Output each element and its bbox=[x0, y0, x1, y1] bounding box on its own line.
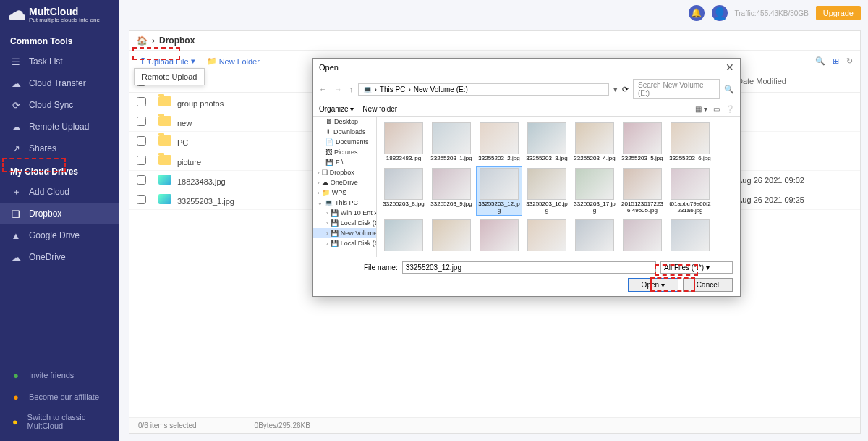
sidebar: MultCloud Put multiple clouds into one C… bbox=[0, 0, 119, 441]
row-checkbox[interactable] bbox=[137, 175, 146, 185]
thumbnail-image bbox=[623, 168, 662, 200]
nav-back-icon[interactable]: ← bbox=[319, 85, 327, 93]
tree-item[interactable]: 📄Documents bbox=[313, 137, 376, 147]
file-thumbnail[interactable] bbox=[620, 218, 665, 253]
row-checkbox[interactable] bbox=[137, 195, 146, 204]
file-thumbnail[interactable]: 33255203_12.jpg bbox=[477, 167, 522, 216]
nav-forward-icon[interactable]: → bbox=[334, 85, 342, 93]
file-thumbnail[interactable] bbox=[381, 218, 426, 253]
tree-item[interactable]: › 📁WPS bbox=[313, 188, 376, 198]
filename-input[interactable] bbox=[402, 261, 656, 274]
thumbnail-image bbox=[384, 122, 423, 154]
file-thumbnail[interactable]: 33255203_1.jpg bbox=[429, 121, 474, 164]
sidebar-drive-onedrive[interactable]: ☁OneDrive bbox=[0, 246, 119, 268]
file-thumbnail[interactable] bbox=[477, 218, 522, 253]
traffic-label: Traffic:455.43KB/30GB bbox=[735, 9, 809, 17]
tree-item[interactable]: 🖼Pictures bbox=[313, 147, 376, 157]
tree-icon: 🖥 bbox=[326, 118, 332, 125]
cancel-button[interactable]: Cancel bbox=[683, 278, 733, 292]
path-dropdown-icon[interactable]: ▾ bbox=[613, 85, 618, 94]
nav-icon: ☁ bbox=[10, 77, 22, 89]
file-thumbnail[interactable]: 33255203_3.jpg bbox=[524, 121, 569, 164]
tree-item[interactable]: ⬇Downloads bbox=[313, 127, 376, 137]
thumbnail-image bbox=[575, 122, 614, 154]
open-button[interactable]: Open ▾ bbox=[628, 278, 678, 292]
nav-up-icon[interactable]: ↑ bbox=[349, 85, 354, 93]
file-thumbnail[interactable]: 20151230172236 49505.jpg bbox=[620, 167, 665, 216]
avatar[interactable]: 👤 bbox=[712, 5, 728, 21]
file-thumbnail[interactable] bbox=[668, 218, 712, 253]
tree-item[interactable]: › 💾Local Disk (D:) bbox=[313, 218, 376, 228]
bell-icon[interactable]: 🔔 bbox=[689, 5, 705, 21]
file-thumbnail[interactable] bbox=[429, 218, 474, 253]
file-thumbnail[interactable]: 33255203_16.jpg bbox=[524, 167, 569, 216]
dialog-title: Open bbox=[319, 63, 339, 72]
tree-item[interactable]: › ☁OneDrive bbox=[313, 177, 376, 188]
home-icon[interactable]: 🏠 bbox=[137, 35, 148, 46]
file-thumbnail[interactable]: 33255203_8.jpg bbox=[381, 167, 426, 216]
row-checkbox[interactable] bbox=[137, 117, 146, 126]
tree-item[interactable]: › 💾Local Disk (G:) bbox=[313, 238, 376, 248]
dialog-search-input[interactable]: Search New Volume (E:) bbox=[633, 79, 720, 99]
tree-icon: 💻 bbox=[325, 199, 333, 206]
tree-item[interactable]: ⌄ 💻This PC bbox=[313, 198, 376, 208]
file-thumbnail[interactable]: 33255203_9.jpg bbox=[429, 167, 474, 216]
sidebar-drive-add-cloud[interactable]: ＋Add Cloud bbox=[0, 181, 119, 203]
sidebar-bottom-become-our-affiliate[interactable]: ●Become our affiliate bbox=[0, 386, 119, 408]
row-checkbox[interactable] bbox=[137, 136, 146, 146]
file-thumbnail[interactable]: 33255203_6.jpg bbox=[668, 121, 712, 164]
thumbnail-image bbox=[432, 168, 471, 200]
new-folder-button[interactable]: 📁 New Folder bbox=[204, 54, 263, 69]
image-icon bbox=[158, 175, 171, 185]
search-go-icon[interactable]: 🔍 bbox=[724, 85, 734, 94]
dlg-new-folder[interactable]: New folder bbox=[362, 105, 397, 113]
sidebar-drive-dropbox[interactable]: ❑Dropbox bbox=[0, 203, 119, 224]
sidebar-drive-google-drive[interactable]: ▲Google Drive bbox=[0, 224, 119, 246]
file-thumbnail[interactable]: 33255203_4.jpg bbox=[572, 121, 617, 164]
nav-icon: ☁ bbox=[10, 121, 22, 133]
sidebar-item-cloud-transfer[interactable]: ☁Cloud Transfer bbox=[0, 72, 119, 94]
nav-icon: ↗ bbox=[10, 143, 22, 154]
col-date[interactable]: Date Modified bbox=[737, 77, 853, 88]
view-grid-icon[interactable]: ⊞ bbox=[833, 56, 839, 66]
search-icon[interactable]: 🔍 bbox=[815, 56, 825, 66]
sidebar-item-cloud-sync[interactable]: ⟳Cloud Sync bbox=[0, 94, 119, 116]
tree-item[interactable]: 🖥Desktop bbox=[313, 117, 376, 127]
sidebar-bottom-switch-to-classic-multcloud[interactable]: ●Switch to classic MultCloud bbox=[0, 408, 119, 435]
tree-icon: ⬇ bbox=[326, 128, 331, 135]
row-checkbox[interactable] bbox=[137, 97, 146, 106]
file-thumbnail[interactable] bbox=[524, 218, 569, 253]
thumbnail-image bbox=[432, 219, 471, 251]
file-thumbnail[interactable] bbox=[572, 218, 617, 253]
file-thumbnail[interactable]: t01abbc79a60f2231a6.jpg bbox=[668, 167, 712, 216]
sidebar-item-task-list[interactable]: ☰Task List bbox=[0, 51, 119, 72]
tree-item[interactable]: 💾F:\ bbox=[313, 157, 376, 167]
organize-button[interactable]: Organize ▾ bbox=[319, 105, 354, 113]
file-thumbnail[interactable]: 18823483.jpg bbox=[381, 121, 426, 164]
upgrade-button[interactable]: Upgrade bbox=[816, 6, 861, 20]
logo-area: MultCloud Put multiple clouds into one bbox=[0, 0, 119, 29]
sidebar-item-shares[interactable]: ↗Shares bbox=[0, 138, 119, 159]
sidebar-item-remote-upload[interactable]: ☁Remote Upload bbox=[0, 116, 119, 138]
menu-remote-upload[interactable]: Remote Upload bbox=[135, 69, 204, 85]
preview-icon[interactable]: ▭ bbox=[713, 105, 720, 113]
path-bar[interactable]: 💻 › This PC › New Volume (E:) bbox=[358, 83, 610, 96]
thumbnail-image bbox=[432, 122, 471, 154]
view-mode-icon[interactable]: ▦ ▾ bbox=[695, 105, 707, 113]
breadcrumb-current[interactable]: Dropbox bbox=[159, 35, 195, 46]
tree-item[interactable]: › ❑Dropbox bbox=[313, 167, 376, 177]
refresh-icon[interactable]: ↻ bbox=[846, 56, 853, 66]
sidebar-bottom-invite-friends[interactable]: ●Invite friends bbox=[0, 364, 119, 386]
file-thumbnail[interactable]: 33255203_17.jpg bbox=[572, 167, 617, 216]
selection-count: 0/6 items selected bbox=[138, 421, 197, 429]
file-thumbnail[interactable]: 33255203_2.jpg bbox=[477, 121, 522, 164]
help-icon[interactable]: ❔ bbox=[726, 105, 734, 113]
tree-item[interactable]: › 💾New Volume (E:) bbox=[313, 228, 376, 238]
upload-file-button[interactable]: ⤒ Upload File ▾ bbox=[137, 54, 198, 69]
tree-item[interactable]: › 💾Win 10 Ent x64 ( bbox=[313, 208, 376, 218]
file-filter[interactable]: All Files (*.*) ▾ bbox=[660, 261, 733, 274]
row-checkbox[interactable] bbox=[137, 156, 146, 165]
close-icon[interactable]: ✕ bbox=[726, 62, 734, 73]
refresh-path-icon[interactable]: ⟳ bbox=[622, 85, 629, 94]
file-thumbnail[interactable]: 33255203_5.jpg bbox=[620, 121, 665, 164]
